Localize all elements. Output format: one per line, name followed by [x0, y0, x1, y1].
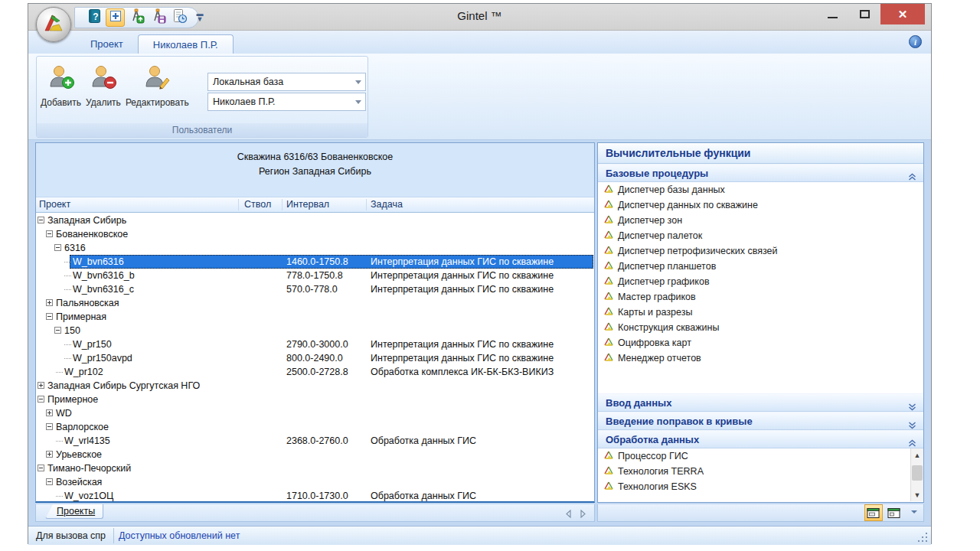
expand-icon[interactable]: [46, 299, 53, 306]
tree-row[interactable]: W_pr150avpd800.0-2490.0Интерпретация дан…: [36, 351, 594, 365]
column-header-4[interactable]: Задача: [371, 197, 403, 212]
tab-projects[interactable]: Проекты: [45, 504, 103, 519]
info-icon[interactable]: i: [909, 35, 922, 48]
tree-row[interactable]: Варлорское: [36, 420, 594, 434]
function-item[interactable]: Технология ESKS: [598, 479, 923, 494]
function-item[interactable]: Диспетчер базы данных: [598, 182, 923, 197]
tree-row[interactable]: Пальяновская: [36, 296, 594, 310]
tree-row[interactable]: W_vrl41352368.0-2760.0Обработка данных Г…: [36, 434, 594, 448]
collapse-icon[interactable]: [54, 244, 61, 251]
column-header-1[interactable]: Проект: [39, 197, 70, 212]
tree-row[interactable]: Урьевское: [36, 448, 594, 461]
view-folders-button[interactable]: [864, 504, 883, 521]
close-button[interactable]: ✕: [880, 4, 925, 24]
collapse-icon[interactable]: [46, 423, 53, 430]
minimize-button[interactable]: [816, 4, 848, 24]
section-header[interactable]: Базовые процедуры: [598, 164, 923, 182]
pager-left-icon[interactable]: [565, 507, 572, 521]
app-menu-button[interactable]: [36, 7, 71, 42]
user-select[interactable]: Николаев П.Р.: [207, 93, 366, 111]
tree-node-label[interactable]: 150: [64, 324, 80, 337]
function-item[interactable]: Конструкция скважины: [598, 320, 923, 335]
tree-node-label[interactable]: Примерное: [47, 393, 98, 406]
tree-row[interactable]: W_voz1ОЦ1710.0-1730.0Обработка данных ГИ…: [36, 489, 594, 501]
function-item[interactable]: Технология TERRA: [598, 464, 923, 479]
tree-row[interactable]: W_bvn63161460.0-1750.8Интерпретация данн…: [36, 255, 594, 269]
scroll-down-icon[interactable]: ▼: [911, 488, 923, 501]
user-remove-button[interactable]: Удалить: [83, 60, 123, 122]
tree-node-label[interactable]: Тимано-Печорский: [47, 461, 131, 475]
expand-icon[interactable]: [46, 409, 53, 416]
expand-icon[interactable]: [38, 382, 44, 389]
ribbon-tab[interactable]: Проект: [76, 34, 138, 54]
collapse-icon[interactable]: [46, 478, 53, 485]
tree-node-label[interactable]: Бованенковское: [56, 227, 128, 241]
tree-row[interactable]: W_pr1502790.0-3000.0Интерпретация данных…: [36, 337, 594, 351]
title-bar[interactable]: ? ▬▼ Gintel ™ ✕: [28, 4, 931, 30]
tree-node-label[interactable]: W_voz1ОЦ: [64, 489, 113, 501]
tree-row[interactable]: W_bvn6316_b778.0-1750.8Интерпретация дан…: [36, 269, 594, 282]
tree-node-label[interactable]: 6316: [64, 241, 86, 255]
tree-node-label[interactable]: W_pr102: [64, 365, 103, 379]
function-item[interactable]: Диспетчер планшетов: [598, 259, 923, 274]
function-item[interactable]: Мастер графиков: [598, 289, 923, 305]
column-header-2[interactable]: Ствол: [244, 197, 271, 212]
function-item[interactable]: Диспетчер зон: [598, 213, 923, 228]
tree-column-header[interactable]: ПроектСтволИнтервалЗадача: [36, 197, 594, 213]
tree-row[interactable]: 150: [36, 324, 594, 337]
resize-grip[interactable]: [917, 532, 927, 542]
tree-node-label[interactable]: Урьевское: [56, 448, 102, 461]
function-item[interactable]: Диспетчер графиков: [598, 274, 923, 289]
collapse-icon[interactable]: [46, 313, 53, 320]
ribbon-tab[interactable]: Николаев П.Р.: [138, 34, 234, 54]
tree-row[interactable]: W_bvn6316_c570.0-778.0Интерпретация данн…: [36, 282, 594, 296]
tree-node-label[interactable]: W_bvn6316_c: [73, 282, 134, 296]
tree-node-label[interactable]: Примерная: [56, 310, 106, 324]
expand-icon[interactable]: [46, 451, 53, 458]
scroll-up-icon[interactable]: ▲: [911, 448, 923, 461]
function-item[interactable]: Процессор ГИС: [598, 448, 923, 464]
view-list-button[interactable]: [885, 504, 903, 521]
tree-node-label[interactable]: W_pr150avpd: [73, 351, 132, 365]
tree-node-label[interactable]: W_pr150: [73, 337, 112, 351]
tree-row[interactable]: Западная Сибирь Сургутская НГО: [36, 379, 594, 393]
function-item[interactable]: Диспетчер данных по скважине: [598, 197, 923, 213]
tree-node-label[interactable]: Западная Сибирь: [47, 214, 126, 227]
function-item[interactable]: Карты и разрезы: [598, 305, 923, 320]
function-item[interactable]: Оцифровка карт: [598, 335, 923, 350]
function-item[interactable]: Менеджер отчетов: [598, 350, 923, 366]
tree-row[interactable]: Бованенковское: [36, 227, 594, 241]
tree-row[interactable]: W_pr1022500.0-2728.8Обработка комплекса …: [36, 365, 594, 379]
collapse-icon[interactable]: [38, 217, 44, 223]
section-header[interactable]: Обработка данных: [598, 430, 923, 448]
collapse-icon[interactable]: [38, 465, 44, 471]
collapse-icon[interactable]: [46, 230, 53, 237]
tree-node-label[interactable]: W_bvn6316: [73, 255, 124, 269]
tree-node-label[interactable]: W_vrl4135: [64, 434, 110, 448]
pager-right-icon[interactable]: [580, 507, 586, 521]
tree-node-label[interactable]: W_bvn6316_b: [73, 269, 135, 282]
tree-node-label[interactable]: Пальяновская: [56, 296, 119, 310]
collapse-icon[interactable]: [38, 396, 44, 403]
column-header-3[interactable]: Интервал: [286, 197, 329, 212]
vertical-scrollbar[interactable]: ▲▼: [910, 448, 923, 501]
user-add-button[interactable]: Добавить: [38, 60, 83, 122]
section-header[interactable]: Ввод данных: [598, 393, 923, 412]
tree-row[interactable]: Примерное: [36, 393, 594, 406]
function-item[interactable]: Диспетчер петрофизических связей: [598, 243, 923, 259]
footer-dropdown-icon[interactable]: [911, 510, 917, 514]
user-edit-button[interactable]: Редактировать: [123, 60, 191, 122]
collapse-icon[interactable]: [54, 327, 61, 334]
tree-row[interactable]: Западная Сибирь: [36, 214, 594, 227]
tree-node-label[interactable]: Западная Сибирь Сургутская НГО: [47, 379, 200, 393]
section-header[interactable]: Введение поправок в кривые: [598, 412, 923, 430]
maximize-button[interactable]: [848, 4, 880, 24]
tree-row[interactable]: Тимано-Печорский: [36, 461, 594, 475]
database-select[interactable]: Локальная база: [207, 73, 366, 91]
tree-row[interactable]: 6316: [36, 241, 594, 255]
tree-row[interactable]: Примерная: [36, 310, 594, 324]
tree-row[interactable]: WD: [36, 406, 594, 420]
scroll-thumb[interactable]: [912, 465, 923, 481]
tree-node-label[interactable]: Варлорское: [56, 420, 109, 434]
tree-node-label[interactable]: WD: [56, 406, 72, 420]
